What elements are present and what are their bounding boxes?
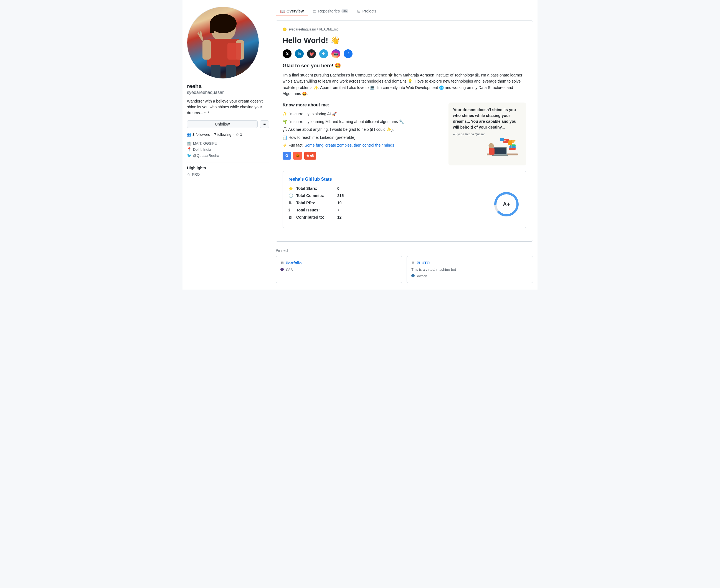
unfollow-button[interactable]: Unfollow: [187, 120, 258, 128]
pinned-section: Pinned 🖥 Portfolio CSS 🖥: [276, 248, 533, 283]
readme-header: 🙂 syedareehaquasar / README.md: [283, 27, 526, 31]
pinned-card-title-pluto: 🖥 PLUTO: [411, 261, 528, 265]
pinned-card-pluto: 🖥 PLUTO This is a virtual machine bot Py…: [406, 256, 533, 283]
pinned-card-title-portfolio: 🖥 Portfolio: [280, 261, 397, 265]
bullet-reach: 📊 How to reach me: Linkedin (preferable): [283, 135, 356, 140]
meta-organization: 🏢 MAIT, GGSIPU: [187, 141, 269, 146]
fun-fact-link[interactable]: Some fungi create zombies, then control …: [304, 143, 394, 147]
svg-text:❤: ❤: [504, 140, 506, 142]
user-bio: Wanderer with a believe your dream doesn…: [187, 98, 269, 116]
user-handle: syedareehaquasar: [187, 90, 269, 95]
quote-card: Your dreams doesn't shine its you who sh…: [448, 103, 526, 165]
svg-rect-24: [508, 141, 512, 145]
know-more-section: Know more about me: ✨ I'm currently expl…: [283, 103, 526, 165]
stats-row-stars: ⭐ Total Stars: 0: [288, 186, 484, 191]
glad-heading: Glad to see you here! 🤩: [283, 63, 526, 69]
python-lang-dot: [411, 274, 415, 277]
bullet-ml: 🌱 I'm currently learning ML and learning…: [283, 120, 404, 124]
issue-stats-icon: ℹ: [288, 208, 294, 212]
building-icon: 🏢: [187, 141, 192, 146]
portfolio-repo-name[interactable]: Portfolio: [286, 261, 302, 265]
list-item: ⚡ Fun fact: Some fungi create zombies, t…: [283, 142, 442, 148]
svg-rect-2: [202, 40, 211, 60]
readme-title: Hello World! 👋: [283, 36, 526, 45]
main-content: 📖 Overview 🗂 Repositories 36 ⊞ Projects …: [276, 7, 533, 283]
repo-icon-pluto: 🖥: [411, 261, 415, 265]
svg-rect-15: [492, 154, 508, 156]
github-social-icon[interactable]: 🐙: [307, 49, 316, 58]
organization-text: MAIT, GGSIPU: [193, 141, 217, 146]
meta-location: 📍 Delhi, India: [187, 147, 269, 151]
star-icon-pro: ☆: [187, 172, 190, 176]
twitter-social-icon[interactable]: 𝕏: [283, 49, 292, 58]
pro-badge: ☆ PRO: [187, 172, 269, 176]
commits-value: 215: [337, 193, 344, 198]
stars-count[interactable]: 1: [240, 132, 242, 136]
bullet-ai: ✨ I'm currently exploring AI 🚀: [283, 112, 337, 116]
tab-overview[interactable]: 📖 Overview: [276, 7, 308, 16]
telegram-social-icon[interactable]: ✈: [319, 49, 328, 58]
followers-count[interactable]: 3: [193, 132, 195, 136]
grade-circle: A+: [493, 190, 520, 218]
contributed-stats-icon: 🖥: [288, 215, 294, 219]
social-icons-row: 𝕏 in 🐙 ✈ 📷 f: [283, 49, 526, 58]
twitter-symbol: 𝕏: [286, 51, 289, 56]
commits-label: Total Commits:: [296, 193, 335, 198]
portfolio-lang: CSS: [280, 267, 397, 272]
svg-rect-19: [509, 146, 516, 148]
grade-label: A+: [503, 201, 510, 207]
meta-twitter[interactable]: 🐦 @QuasarReeha: [187, 153, 269, 158]
stats-row-commits: 🕐 Total Commits: 215: [288, 193, 484, 198]
tab-repositories[interactable]: 🗂 Repositories 36: [308, 7, 353, 16]
star-stats-icon: ⭐: [288, 186, 294, 191]
projects-icon: ⊞: [357, 9, 361, 13]
pluto-desc: This is a virtual machine bot: [411, 267, 528, 272]
stats-row-prs: ⇅ Total PRs: 19: [288, 201, 484, 205]
issues-label: Total Issues:: [296, 208, 335, 212]
location-text: Delhi, India: [193, 147, 211, 151]
stars-label: Total Stars:: [296, 186, 335, 191]
readme-card: 🙂 syedareehaquasar / README.md Hello Wor…: [276, 21, 533, 241]
instagram-social-icon[interactable]: 📷: [332, 49, 340, 58]
facebook-social-icon[interactable]: f: [344, 49, 353, 58]
action-row: Unfollow •••: [187, 120, 269, 128]
following-count[interactable]: 7: [214, 132, 216, 136]
following-label: following: [217, 132, 231, 136]
pro-label: PRO: [192, 172, 200, 176]
css-lang-dot: [280, 268, 284, 271]
sidebar: 🎯 reeha syedareehaquasar Wanderer with a…: [187, 7, 269, 283]
star-icon: ☆: [236, 132, 239, 136]
pluto-repo-name[interactable]: PLUTO: [417, 261, 429, 265]
book-icon: 📖: [280, 9, 285, 13]
svg-rect-14: [494, 147, 506, 154]
bullet-list: ✨ I'm currently exploring AI 🚀 🌱 I'm cur…: [283, 111, 442, 148]
repo-icon-portfolio: 🖥: [280, 261, 284, 265]
highlights-heading: Highlights: [187, 166, 269, 170]
git-badge: ◉ git: [304, 152, 316, 160]
svg-point-16: [488, 143, 494, 148]
bullet-ask: 💬 Ask me about anything, I would be glad…: [283, 127, 394, 132]
github-symbol: 🐙: [309, 51, 314, 56]
more-options-button[interactable]: •••: [260, 120, 269, 128]
followers-row: 👥 3 followers · 7 following · ☆ 1: [187, 132, 269, 136]
tab-projects[interactable]: ⊞ Projects: [353, 7, 381, 16]
list-item: 🌱 I'm currently learning ML and learning…: [283, 119, 442, 125]
svg-rect-7: [210, 22, 214, 33]
know-more-heading: Know more about me:: [283, 103, 442, 107]
portfolio-lang-label: CSS: [286, 268, 293, 272]
linkedin-social-icon[interactable]: in: [295, 49, 304, 58]
tab-nav: 📖 Overview 🗂 Repositories 36 ⊞ Projects: [276, 7, 533, 16]
contributed-label: Contributed to:: [296, 215, 335, 219]
username-display: reeha: [187, 83, 269, 89]
pinned-grid: 🖥 Portfolio CSS 🖥 PLUTO This is a virtua…: [276, 256, 533, 283]
repos-count-badge: 36: [341, 9, 348, 13]
clock-stats-icon: 🕐: [288, 193, 294, 198]
tab-repositories-label: Repositories: [318, 9, 340, 13]
stars-value: 0: [337, 186, 339, 191]
issues-value: 7: [337, 208, 339, 212]
twitter-handle: @QuasarReeha: [193, 153, 219, 158]
svg-rect-11: [227, 43, 241, 60]
svg-rect-4: [211, 65, 220, 79]
svg-rect-17: [489, 148, 495, 154]
highlights-section: Highlights ☆ PRO: [187, 166, 269, 176]
